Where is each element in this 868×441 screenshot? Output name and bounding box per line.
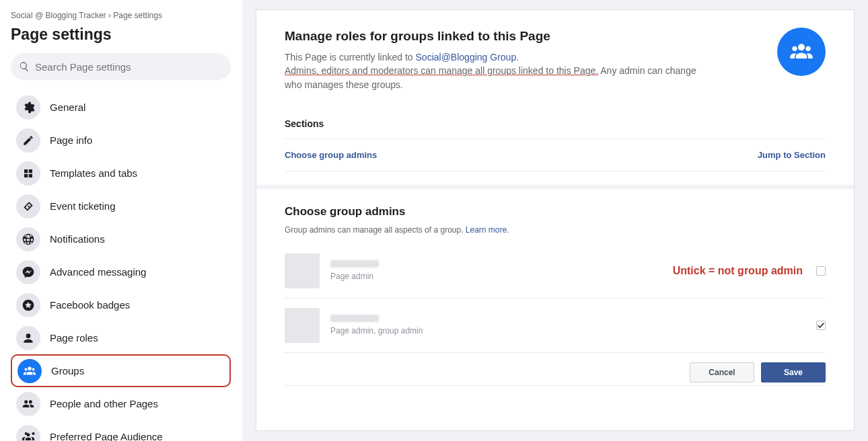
- grid-icon: [16, 161, 40, 186]
- sidebar-item-label: General: [50, 102, 85, 113]
- sidebar-item-people-and-other-pages[interactable]: People and other Pages: [11, 387, 231, 420]
- pencil-icon: [16, 128, 40, 153]
- sidebar-item-facebook-badges[interactable]: Facebook badges: [11, 288, 231, 321]
- jump-to-section-link[interactable]: Jump to Section: [758, 150, 826, 160]
- admin-list: Page adminUntick = not group adminPage a…: [285, 244, 826, 353]
- search-input[interactable]: [35, 61, 223, 73]
- desc-prefix: This Page is currently linked to: [285, 52, 416, 63]
- subtext-prefix: Group admins can manage all aspects of a…: [285, 225, 466, 235]
- sections-heading: Sections: [285, 109, 826, 139]
- groups-badge-icon: [777, 28, 826, 76]
- sidebar-item-advanced-messaging[interactable]: Advanced messaging: [11, 255, 231, 288]
- people-icon: [16, 392, 40, 416]
- admin-role: Page admin, group admin: [330, 326, 816, 335]
- main-content: Manage roles for groups linked to this P…: [242, 0, 868, 441]
- gear-icon: [16, 95, 40, 120]
- globe-icon: [16, 227, 40, 251]
- sections-row: Choose group admins Jump to Section: [285, 139, 826, 171]
- groups-icon: [17, 359, 42, 383]
- panel: Manage roles for groups linked to this P…: [256, 9, 855, 431]
- manage-roles-title: Manage roles for groups linked to this P…: [285, 29, 826, 44]
- sidebar-item-label: Page info: [50, 134, 92, 146]
- messenger-icon: [16, 260, 40, 284]
- subtext-suffix: .: [507, 225, 509, 235]
- page-title: Page settings: [11, 26, 231, 44]
- breadcrumb[interactable]: Social @ Blogging Tracker › Page setting…: [11, 8, 231, 26]
- admin-info: Page admin: [330, 260, 673, 281]
- choose-admins-section: Choose group admins Group admins can man…: [256, 185, 854, 430]
- sidebar-item-notifications[interactable]: Notifications: [11, 223, 231, 255]
- cancel-button[interactable]: Cancel: [690, 362, 754, 383]
- sidebar-item-general[interactable]: General: [11, 91, 231, 124]
- admin-row: Page admin, group admin: [285, 298, 826, 353]
- badge-icon: [16, 293, 40, 317]
- panel-header: Manage roles for groups linked to this P…: [256, 10, 854, 109]
- sidebar-item-label: People and other Pages: [50, 398, 158, 409]
- sidebar-item-templates-and-tabs[interactable]: Templates and tabs: [11, 157, 231, 190]
- admin-role: Page admin: [330, 272, 673, 281]
- manage-roles-description: This Page is currently linked to Social@…: [285, 50, 715, 91]
- sidebar-item-groups[interactable]: Groups: [11, 354, 231, 387]
- search-icon: [19, 61, 30, 72]
- avatar: [285, 253, 320, 288]
- group-admin-checkbox[interactable]: [816, 266, 826, 276]
- sidebar-item-label: Preferred Page Audience: [50, 431, 163, 441]
- button-row: Cancel Save: [285, 353, 826, 386]
- desc-period: .: [516, 52, 519, 63]
- ticket-icon: [16, 194, 40, 218]
- sidebar-item-page-info[interactable]: Page info: [11, 124, 231, 157]
- section-link-choose-admins[interactable]: Choose group admins: [285, 150, 377, 160]
- sidebar-item-event-ticketing[interactable]: Event ticketing: [11, 190, 231, 223]
- sidebar-item-label: Facebook badges: [50, 299, 130, 311]
- sidebar-item-label: Templates and tabs: [50, 167, 137, 179]
- save-button[interactable]: Save: [761, 362, 826, 383]
- sidebar-item-label: Page roles: [50, 332, 98, 344]
- choose-admins-subtext: Group admins can manage all aspects of a…: [285, 225, 826, 235]
- sidebar-nav: GeneralPage infoTemplates and tabsEvent …: [11, 91, 231, 441]
- admin-name-redacted: [330, 260, 379, 268]
- sidebar-item-label: Groups: [51, 365, 84, 376]
- group-admin-checkbox[interactable]: [816, 321, 826, 330]
- admin-name-redacted: [330, 315, 379, 322]
- sidebar-item-label: Notifications: [50, 233, 105, 245]
- desc-highlight: Admins, editors and moderators can manag…: [285, 65, 598, 76]
- search-wrap[interactable]: [11, 53, 231, 80]
- admin-info: Page admin, group admin: [330, 315, 816, 335]
- sidebar-item-preferred-page-audience[interactable]: Preferred Page Audience: [11, 420, 231, 441]
- sidebar-item-label: Advanced messaging: [50, 266, 146, 278]
- sidebar-item-label: Event ticketing: [50, 200, 116, 212]
- sidebar-item-page-roles[interactable]: Page roles: [11, 321, 231, 354]
- sections-block: Sections Choose group admins Jump to Sec…: [256, 109, 854, 185]
- admin-row: Page adminUntick = not group admin: [285, 244, 826, 298]
- audience-icon: [16, 425, 40, 442]
- learn-more-link[interactable]: Learn more: [466, 225, 507, 235]
- person-icon: [16, 326, 40, 350]
- sidebar: Social @ Blogging Tracker › Page setting…: [0, 0, 242, 441]
- linked-group-link[interactable]: Social@Blogging Group: [416, 52, 517, 63]
- untick-annotation: Untick = not group admin: [673, 265, 803, 277]
- avatar: [285, 308, 320, 343]
- choose-admins-title: Choose group admins: [285, 205, 826, 218]
